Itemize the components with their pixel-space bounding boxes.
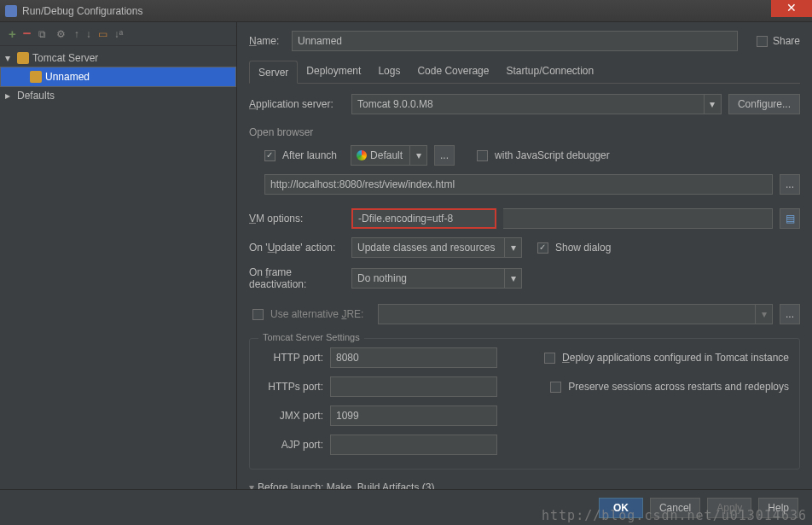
tree-node-tomcat[interactable]: ▾ Tomcat Server	[0, 50, 236, 67]
ajpport-label: AJP port:	[260, 439, 323, 451]
httpport-input[interactable]	[330, 347, 497, 368]
app-icon	[5, 5, 17, 17]
deploy-label: Deploy applications configured in Tomcat…	[562, 352, 789, 364]
preserve-label: Preserve sessions across restarts and re…	[568, 381, 789, 393]
frame-select[interactable]: Do nothing ▾	[351, 268, 522, 289]
copy-icon[interactable]: ⧉	[38, 28, 49, 39]
vm-input[interactable]	[351, 208, 496, 229]
jmxport-row: JMX port:	[260, 405, 789, 426]
frame-value: Do nothing	[357, 272, 407, 284]
url-input[interactable]	[264, 174, 773, 195]
checkbox-icon[interactable]	[550, 382, 561, 393]
sidebar: + − ⧉ ⚙ ↑ ↓ ▭ ↓ª ▾ Tomcat Server Unnamed…	[0, 22, 237, 489]
folder-icon[interactable]: ▭	[98, 28, 107, 40]
vm-expand-button[interactable]: ▤	[780, 208, 800, 229]
browser-value: Default	[370, 149, 403, 161]
checkbox-icon[interactable]	[537, 242, 548, 254]
checkbox-icon[interactable]	[252, 309, 264, 320]
checkbox-icon[interactable]	[757, 36, 768, 47]
tab-coverage[interactable]: Code Coverage	[409, 60, 497, 83]
frame-label: On frame deactivation:	[249, 266, 345, 290]
update-value: Update classes and resources	[357, 242, 495, 254]
name-row: Name: Share	[249, 31, 800, 51]
tab-startup[interactable]: Startup/Connection	[497, 60, 602, 83]
httpport-row: HTTP port: Deploy applications configure…	[260, 347, 789, 368]
url-more-button[interactable]: ...	[780, 174, 800, 195]
appserver-label: Application server:	[249, 98, 345, 110]
chevron-down-icon: ▾	[704, 95, 721, 114]
update-label: On 'Update' action:	[249, 242, 345, 254]
jre-label: Use alternative JRE:	[270, 308, 371, 320]
chevron-down-icon: ▾	[504, 269, 521, 288]
vm-input-extension[interactable]	[503, 208, 773, 229]
jsdebug-label: with JavaScript debugger	[495, 149, 610, 161]
update-row: On 'Update' action: Update classes and r…	[249, 237, 800, 258]
ajpport-row: AJP port:	[260, 435, 789, 455]
httpsport-row: HTTPs port: Preserve sessions across res…	[260, 376, 789, 397]
apply-button: Apply	[707, 498, 751, 518]
share-option[interactable]: Share	[757, 35, 800, 47]
browser-select[interactable]: Default ▾	[351, 145, 427, 166]
beforelaunch-section: ▾Before launch: Make, Build Artifacts (3…	[249, 481, 800, 489]
name-input[interactable]	[292, 31, 738, 51]
expand-icon: ▸	[5, 90, 14, 102]
tomcat-group-title: Tomcat Server Settings	[258, 332, 364, 342]
checkbox-icon[interactable]	[477, 150, 488, 161]
jmxport-input[interactable]	[330, 405, 497, 426]
tree-label: Tomcat Server	[32, 52, 98, 64]
configure-button[interactable]: Configure...	[728, 94, 800, 114]
tab-logs[interactable]: Logs	[369, 60, 409, 83]
afterlaunch-row: After launch Default ▾ ... with JavaScri…	[264, 145, 800, 166]
tomcat-group: Tomcat Server Settings HTTP port: Deploy…	[249, 338, 800, 470]
expand-icon: ▾	[5, 52, 14, 64]
ajpport-input[interactable]	[330, 435, 497, 455]
appserver-row: Application server: Tomcat 9.0.0.M8 ▾ Co…	[249, 94, 800, 114]
window-title: Run/Debug Configurations	[22, 5, 142, 17]
httpsport-input[interactable]	[330, 376, 497, 397]
checkbox-icon[interactable]	[264, 150, 276, 161]
tab-deployment[interactable]: Deployment	[298, 60, 369, 83]
browser-more-button[interactable]: ...	[434, 145, 455, 166]
window-close-button[interactable]: ✕	[771, 0, 812, 17]
tree-label: Defaults	[17, 90, 55, 102]
main-area: + − ⧉ ⚙ ↑ ↓ ▭ ↓ª ▾ Tomcat Server Unnamed…	[0, 22, 812, 489]
update-select[interactable]: Update classes and resources ▾	[351, 237, 522, 258]
help-button[interactable]: Help	[758, 498, 798, 518]
tree-node-defaults[interactable]: ▸ Defaults	[0, 87, 236, 104]
beforelaunch-header[interactable]: ▾Before launch: Make, Build Artifacts (3…	[249, 481, 800, 489]
chevron-down-icon: ▾	[755, 305, 772, 324]
vm-label: VM options:	[249, 213, 345, 225]
checkbox-icon[interactable]	[544, 353, 555, 364]
url-row: ...	[264, 174, 800, 195]
showdialog-label: Show dialog	[555, 242, 611, 254]
jre-more-button[interactable]: ...	[780, 304, 800, 324]
tree-node-unnamed[interactable]: Unnamed	[0, 67, 236, 87]
jre-select: ▾	[378, 304, 773, 324]
up-icon[interactable]: ↑	[74, 28, 79, 40]
httpport-label: HTTP port:	[260, 352, 323, 364]
appserver-select[interactable]: Tomcat 9.0.0.M8 ▾	[351, 94, 722, 114]
tree-label: Unnamed	[45, 71, 90, 83]
ok-button[interactable]: OK	[599, 498, 643, 518]
down-icon[interactable]: ↓	[86, 28, 91, 40]
tab-server[interactable]: Server	[249, 61, 298, 84]
settings-icon[interactable]: ⚙	[56, 28, 67, 39]
cancel-button[interactable]: Cancel	[650, 498, 700, 518]
config-tree: ▾ Tomcat Server Unnamed ▸ Defaults	[0, 46, 236, 489]
jmxport-label: JMX port:	[260, 410, 323, 422]
jre-row: Use alternative JRE: ▾ ...	[249, 304, 800, 324]
remove-icon[interactable]: −	[23, 31, 32, 38]
add-icon[interactable]: +	[9, 26, 16, 41]
tomcat-icon	[30, 71, 42, 83]
frame-row: On frame deactivation: Do nothing ▾	[249, 266, 800, 290]
name-label: Name:	[249, 35, 283, 47]
chevron-down-icon: ▾	[409, 146, 426, 165]
sort-icon[interactable]: ↓ª	[114, 28, 123, 40]
config-toolbar: + − ⧉ ⚙ ↑ ↓ ▭ ↓ª	[0, 22, 236, 46]
chrome-icon	[357, 150, 367, 160]
appserver-value: Tomcat 9.0.0.M8	[357, 98, 433, 110]
tomcat-icon	[17, 52, 29, 64]
vm-row: VM options: ▤	[249, 208, 800, 229]
config-panel: Name: Share Server Deployment Logs Code …	[237, 22, 812, 489]
tabs: Server Deployment Logs Code Coverage Sta…	[249, 60, 800, 84]
